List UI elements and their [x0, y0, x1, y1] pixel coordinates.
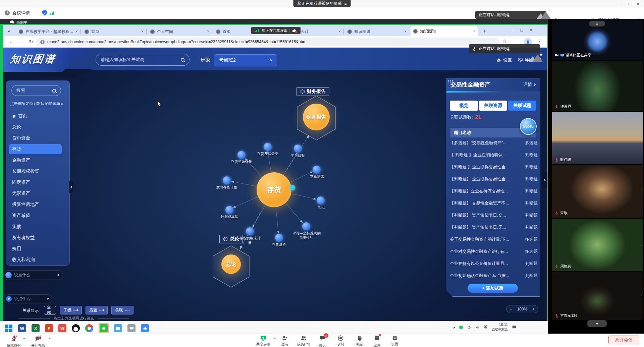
notification-center-icon[interactable] [512, 325, 517, 330]
question-row[interactable]: 【判断题】 企业取得交易性金...判断题 [450, 176, 538, 182]
sidebar-item[interactable]: 费用 [12, 245, 62, 253]
question-row[interactable]: 【 判断题 】企业在初始确认...判断题 [450, 152, 538, 158]
tab-close-icon[interactable]: × [404, 29, 407, 34]
graph-node-label[interactable]: 笔记 [313, 205, 329, 210]
browser-tab[interactable]: 在线教学平台 - 超星教程 - 信息× [16, 27, 80, 36]
browser-menu-kebab-icon[interactable]: ⋮ [537, 39, 542, 44]
question-row[interactable]: 【多选题】“交易性金融资产”...多选题 [450, 140, 538, 146]
sidebar-item[interactable]: 金融资产 [12, 156, 62, 164]
wps-icon[interactable]: W [58, 324, 66, 332]
graph-node[interactable] [237, 151, 246, 159]
search-icon[interactable] [181, 58, 184, 62]
filter-all-button[interactable]: 全部 [44, 306, 56, 314]
filter-relation-button[interactable]: 关联 [111, 306, 133, 314]
close-button[interactable]: × [634, 1, 642, 6]
chat-button[interactable]: 3 聊天 [315, 335, 329, 347]
back-icon[interactable]: ← [9, 39, 14, 45]
filter-successor-button[interactable]: 后置 [86, 306, 108, 314]
filter-child-button[interactable]: 子级 [60, 306, 82, 314]
graph-node-label[interactable]: 本章测试 [306, 174, 328, 179]
participant-tile[interactable]: 宋敬 [552, 165, 643, 218]
question-row[interactable]: 企业对交易性金融资产进行有...多选题 [450, 249, 538, 254]
meeting-chat-pill[interactable]: 说点什么... [4, 294, 52, 303]
meeting-details-link[interactable]: 会议详情 [12, 10, 30, 16]
url-text[interactable]: mooc2-ans.chaoxing.com/mooc2-ans/questio… [47, 40, 305, 44]
tray-expand-icon[interactable] [453, 327, 455, 329]
tile-options-icon[interactable]: ⋮ [640, 242, 644, 246]
tab-close-icon[interactable]: × [473, 29, 476, 34]
start-video-button[interactable]: 开启视频 [30, 335, 47, 347]
graph-node-label[interactable]: 存货清查 [269, 242, 289, 247]
apps-button[interactable]: 应用 [370, 335, 384, 347]
question-row[interactable]: 关于交易性金融资产的计量,下...多选题 [450, 237, 538, 242]
cloud-record-icon[interactable] [292, 28, 297, 33]
participant-tile[interactable]: 方青军136 [552, 272, 643, 320]
graph-node[interactable] [275, 234, 283, 242]
sidebar-item[interactable]: 固定资产 [12, 178, 62, 186]
forward-icon[interactable]: → [19, 39, 24, 45]
graph-node-label[interactable]: 存货及其分类 [254, 152, 281, 156]
record-button[interactable]: 录制 [333, 335, 347, 347]
security-shield-icon[interactable]: ✓ [42, 10, 47, 16]
node-financial-report[interactable]: 财务报告 [303, 104, 330, 130]
browser-tab[interactable]: 首页× [82, 27, 146, 36]
hex-badge-financial-report[interactable]: 财务报告 [297, 87, 329, 96]
graph-node[interactable] [246, 227, 254, 235]
sidebar-item[interactable]: 资产减值 [12, 212, 62, 220]
maximize-button[interactable]: □ [626, 1, 634, 6]
participant-tile[interactable]: 周艳兵 [552, 219, 643, 271]
graph-node[interactable] [302, 222, 310, 230]
ime-language-indicator[interactable]: 英 [484, 325, 488, 330]
sidebar-item[interactable]: 无形资产 [12, 189, 62, 197]
panel-detail-link[interactable]: 详情 [523, 81, 535, 88]
browser-close-button[interactable]: × [530, 27, 532, 33]
sidebar-item[interactable]: 负债 [12, 223, 62, 231]
viewing-banner[interactable]: 您正在观看谢裕娟的屏幕 ≡ [293, 0, 351, 7]
leave-meeting-button[interactable]: 离开会议 [608, 336, 639, 344]
members-button[interactable]: 成员(29) [294, 335, 313, 347]
sidebar-item[interactable]: 货币资金 [12, 134, 62, 142]
tag-search-input[interactable]: 请输入知识标签关键词 [96, 54, 190, 66]
chrome-icon[interactable] [85, 324, 93, 332]
word-icon[interactable]: W [18, 324, 26, 332]
tile-options-icon[interactable]: ⋮ [640, 293, 644, 298]
chevron-down-icon[interactable] [47, 297, 49, 299]
tray-green-icon[interactable] [459, 326, 463, 329]
display-app-icon[interactable] [127, 324, 136, 332]
tab-related-resources[interactable]: 关联资源 [479, 101, 507, 111]
browser-maximize-button[interactable]: □ [521, 27, 523, 33]
chevron-left-icon[interactable] [57, 274, 60, 276]
question-row[interactable]: 【判断题】企业在持有交易性...判断题 [450, 188, 538, 194]
graph-node-label[interactable]: 计划成本法 [217, 215, 241, 219]
tab-close-icon[interactable]: × [338, 29, 341, 34]
tray-mic-icon[interactable] [467, 325, 471, 330]
node-inventory-center[interactable]: 存货 [257, 172, 291, 207]
browser-minimize-button[interactable]: − [511, 27, 514, 33]
graph-node[interactable] [264, 143, 272, 151]
graph-node-label[interactable]: 存货的期末计量 [238, 236, 262, 245]
sidebar-item-home[interactable]: 首页 [12, 112, 62, 120]
class-timer-bubble[interactable]: 96:46 [520, 118, 537, 135]
panel-collapse-handle[interactable] [542, 172, 547, 188]
participants-scroll-down[interactable] [587, 320, 607, 327]
invite-button[interactable]: 邀请 [278, 335, 292, 347]
bookmark-star-icon[interactable]: ☆ [502, 38, 507, 44]
question-row[interactable]: 【判断题】 资产负债表日,无...判断题 [450, 225, 538, 230]
tray-speaker-icon[interactable] [475, 325, 480, 330]
site-info-icon[interactable]: i [40, 40, 45, 44]
windows-start-icon[interactable] [5, 324, 13, 332]
reload-icon[interactable]: ↻ [29, 39, 33, 45]
sidebar-item[interactable]: 所有者权益 [12, 234, 62, 242]
add-question-button[interactable]: + 添加试题 [468, 284, 518, 293]
node-general[interactable]: 总论 [221, 254, 241, 274]
graph-node[interactable] [313, 166, 321, 174]
browser-tab[interactable]: 知识图谱× [345, 27, 409, 36]
question-row[interactable]: 【判断题 】企业取得交易性金...判断题 [450, 164, 538, 170]
graph-node-label[interactable]: 学习目标 [286, 153, 310, 158]
assistant-chat-pill[interactable]: 说点什么... [3, 270, 63, 280]
react-button[interactable]: 回应 [352, 335, 366, 347]
new-tab-button[interactable]: + [483, 28, 486, 34]
download-icon[interactable] [513, 39, 519, 45]
sidebar-item[interactable]: 长期股权投资 [12, 167, 62, 175]
question-row[interactable]: 企业在持有以公允价值计量且...判断题 [450, 261, 538, 267]
